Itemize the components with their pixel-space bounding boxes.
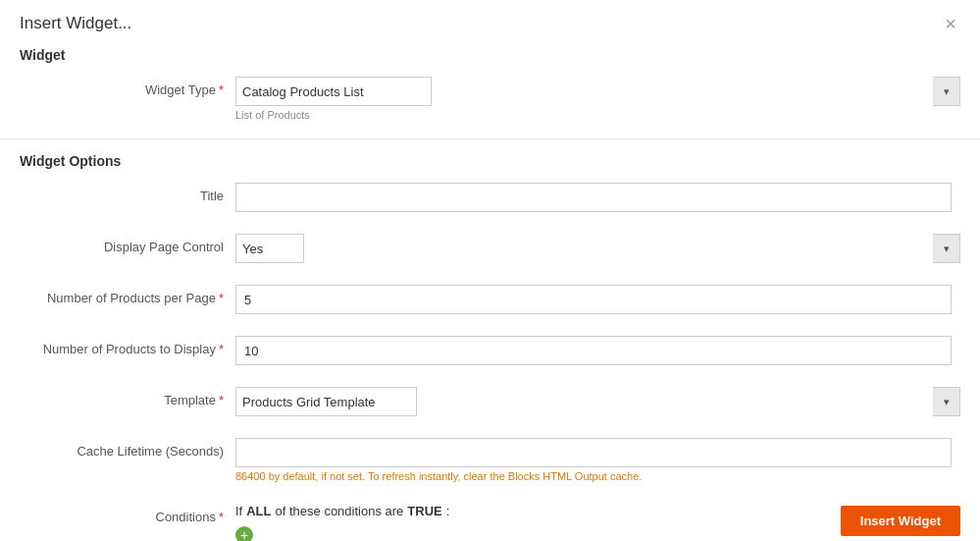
products-to-display-input[interactable] xyxy=(235,336,952,365)
form-body: Widget Type* Catalog Products List ▾ Lis… xyxy=(0,73,980,125)
products-per-page-input[interactable] xyxy=(235,285,952,314)
required-star-2: * xyxy=(219,291,224,305)
widget-type-group: Widget Type* Catalog Products List ▾ Lis… xyxy=(20,73,960,125)
cache-lifetime-group: Cache Lifetime (Seconds) 86400 by defaul… xyxy=(20,434,960,486)
title-group: Title xyxy=(20,179,960,216)
cache-lifetime-control: 86400 by default, if not set. To refresh… xyxy=(235,438,960,482)
display-page-control-label: Display Page Control xyxy=(20,234,235,254)
display-page-control-wrap: Yes ▾ xyxy=(235,234,960,263)
widget-type-control: Catalog Products List ▾ List of Products xyxy=(235,77,960,121)
products-to-display-label: Number of Products to Display* xyxy=(20,336,235,356)
template-arrow: ▾ xyxy=(933,387,960,416)
cache-lifetime-label: Cache Lifetime (Seconds) xyxy=(20,438,235,459)
display-page-control-select[interactable]: Yes xyxy=(235,234,304,263)
products-per-page-label: Number of Products per Page* xyxy=(20,285,235,305)
display-page-control-group: Display Page Control Yes ▾ xyxy=(20,230,960,267)
section-divider xyxy=(0,138,980,139)
template-select-wrap: Products Grid Template ▾ xyxy=(235,387,960,416)
insert-widget-button[interactable]: Insert Widget xyxy=(841,506,960,536)
products-per-page-group: Number of Products per Page* xyxy=(20,281,960,318)
cache-lifetime-hint: 86400 by default, if not set. To refresh… xyxy=(235,470,960,482)
cache-lifetime-input[interactable] xyxy=(235,438,952,467)
title-input[interactable] xyxy=(235,183,952,212)
insert-widget-dialog: Insert Widget... × Widget Widget Type* C… xyxy=(0,0,980,541)
dialog-header: Insert Widget... × xyxy=(0,0,980,43)
products-to-display-control xyxy=(235,336,960,365)
widget-section-label: Widget xyxy=(0,43,980,73)
display-page-control-select-wrap: Yes ▾ xyxy=(235,234,960,263)
required-star-3: * xyxy=(219,342,224,356)
widget-type-hint: List of Products xyxy=(235,109,960,121)
widget-type-select-wrap: Catalog Products List ▾ xyxy=(235,77,960,106)
title-label: Title xyxy=(20,183,235,203)
template-group: Template* Products Grid Template ▾ xyxy=(20,383,960,420)
widget-options-body: Title Display Page Control Yes ▾ xyxy=(0,179,980,541)
required-star: * xyxy=(219,82,224,97)
products-to-display-group: Number of Products to Display* xyxy=(20,332,960,369)
dialog-footer: Insert Widget xyxy=(0,494,980,541)
template-control: Products Grid Template ▾ xyxy=(235,387,960,416)
close-button[interactable]: × xyxy=(941,14,960,33)
template-label: Template* xyxy=(20,387,235,407)
widget-options-section: Widget Options Title Display Page Contro… xyxy=(0,138,980,541)
template-select[interactable]: Products Grid Template xyxy=(235,387,417,416)
widget-type-dropdown-arrow: ▾ xyxy=(933,77,960,106)
widget-options-label: Widget Options xyxy=(0,149,980,179)
widget-type-label: Widget Type* xyxy=(20,77,235,97)
required-star-4: * xyxy=(219,393,224,407)
display-page-control-arrow: ▾ xyxy=(933,234,960,263)
products-per-page-control xyxy=(235,285,960,314)
widget-type-select[interactable]: Catalog Products List xyxy=(235,77,432,106)
title-control xyxy=(235,183,960,212)
dialog-title: Insert Widget... xyxy=(20,14,131,33)
